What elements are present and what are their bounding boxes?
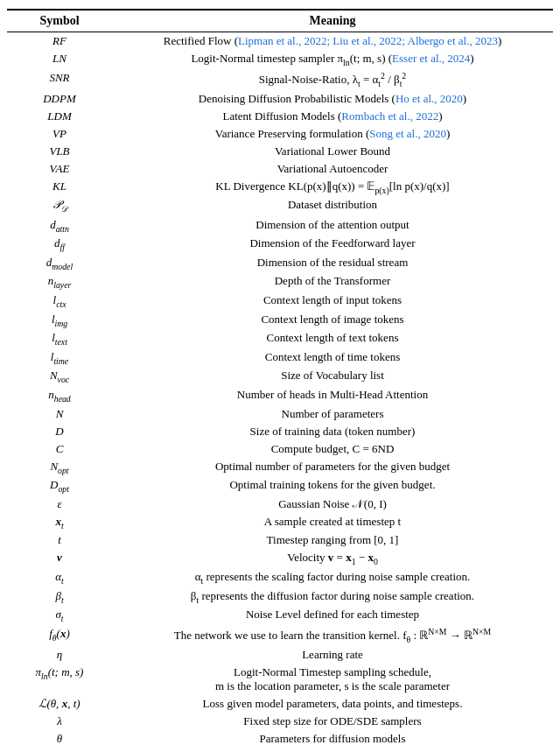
meaning-cell: Number of heads in Multi-Head Attention (112, 386, 553, 405)
meaning-cell: Dimension of the attention output (112, 216, 553, 235)
symbol-cell: LN (7, 50, 112, 69)
symbol-cell: λ (7, 713, 112, 730)
meaning-cell: Size of Vocabulary list (112, 367, 553, 386)
meaning-cell: Variational Lower Bound (112, 143, 553, 160)
symbol-cell: fθ(x) (7, 625, 112, 646)
symbol-cell: v (7, 549, 112, 568)
meaning-cell: Noise Level defined for each timestep (112, 606, 553, 625)
meaning-cell: Variational Autoencoder (112, 160, 553, 178)
symbol-cell: nhead (7, 386, 112, 405)
meaning-cell: Signal-Noise-Ratio, λt = αt2 / βt2 (112, 69, 553, 90)
symbol-cell: πln(t; m, s) (7, 664, 112, 695)
meaning-cell: Depth of the Transformer (112, 272, 553, 292)
meaning-cell: Parameters for diffusion models (112, 730, 553, 745)
symbol-cell: 𝒫𝒟 (7, 196, 112, 216)
meaning-cell: Gaussian Noise 𝒩 (0, I) (112, 495, 553, 513)
meaning-cell: Compute budget, C = 6ND (112, 440, 553, 458)
meaning-cell: Timestep ranging from [0, 1] (112, 531, 553, 549)
meaning-cell: A sample created at timestep t (112, 513, 553, 532)
meaning-cell: KL Divergence KL(p(x)‖q(x)) = 𝔼p(x)[ln p… (112, 178, 553, 197)
meaning-cell: Optimal training tokens for the given bu… (112, 476, 553, 495)
meaning-cell: Optimal number of parameters for the giv… (112, 458, 553, 477)
symbol-cell: VP (7, 125, 112, 143)
symbol-cell: θ (7, 730, 112, 745)
meaning-cell: Latent Diffusion Models (Rombach et al.,… (112, 108, 553, 125)
meaning-cell: Number of parameters (112, 405, 553, 423)
symbol-cell: σt (7, 606, 112, 625)
symbol-cell: αt (7, 568, 112, 587)
symbol-cell: ltext (7, 329, 112, 348)
meaning-cell: Logit-Normal Timestep sampling schedule,… (112, 664, 553, 695)
symbol-cell: xt (7, 513, 112, 532)
meaning-cell: αt represents the scaling factor during … (112, 568, 553, 587)
meaning-cell: Loss given model parameters, data points… (112, 695, 553, 713)
symbol-cell: N (7, 405, 112, 423)
meaning-cell: Context length of input tokens (112, 292, 553, 311)
symbol-cell: RF (7, 32, 112, 51)
meaning-cell: Logit-Normal timestep sampler πln(t; m, … (112, 50, 553, 69)
symbol-cell: η (7, 646, 112, 664)
meaning-cell: Context length of text tokens (112, 329, 553, 348)
symbol-cell: KL (7, 178, 112, 197)
symbol-cell: lctx (7, 292, 112, 311)
symbol-cell: LDM (7, 108, 112, 125)
symbol-cell: D (7, 423, 112, 440)
symbol-cell: DDPM (7, 90, 112, 108)
symbol-cell: nlayer (7, 272, 112, 292)
meaning-header: Meaning (112, 10, 553, 32)
symbol-header: Symbol (7, 10, 112, 32)
symbol-cell: dff (7, 235, 112, 254)
symbol-cell: SNR (7, 69, 112, 90)
symbol-cell: VAE (7, 160, 112, 178)
meaning-cell: Size of training data (token number) (112, 423, 553, 440)
symbol-cell: C (7, 440, 112, 458)
meaning-cell: Context length of image tokens (112, 311, 553, 330)
symbol-cell: ℒ(θ, x, t) (7, 695, 112, 713)
meaning-cell: Dimension of the Feedforward layer (112, 235, 553, 254)
meaning-cell: Dimension of the residual stream (112, 254, 553, 273)
meaning-cell: Rectified Flow (Lipman et al., 2022; Liu… (112, 32, 553, 51)
meaning-cell: Fixed step size for ODE/SDE samplers (112, 713, 553, 730)
notation-table: Symbol Meaning RFRectified Flow (Lipman … (7, 9, 553, 745)
meaning-cell: Denoising Diffusion Probabilistic Models… (112, 90, 553, 108)
symbol-cell: Nopt (7, 458, 112, 477)
symbol-cell: βt (7, 587, 112, 607)
symbol-cell: t (7, 531, 112, 549)
symbol-cell: Nvoc (7, 367, 112, 386)
meaning-cell: The network we use to learn the transiti… (112, 625, 553, 646)
symbol-cell: ε (7, 495, 112, 513)
meaning-cell: Learning rate (112, 646, 553, 664)
meaning-cell: Variance Preserving formulation (Song et… (112, 125, 553, 143)
symbol-cell: dattn (7, 216, 112, 235)
symbol-cell: ltime (7, 348, 112, 368)
meaning-cell: βt represents the diffusion factor durin… (112, 587, 553, 607)
meaning-cell: Context length of time tokens (112, 348, 553, 368)
symbol-cell: dmodel (7, 254, 112, 273)
meaning-cell: Dataset distribution (112, 196, 553, 216)
symbol-cell: VLB (7, 143, 112, 160)
meaning-cell: Velocity v = x1 − x0 (112, 549, 553, 568)
symbol-cell: Dopt (7, 476, 112, 495)
symbol-cell: limg (7, 311, 112, 330)
